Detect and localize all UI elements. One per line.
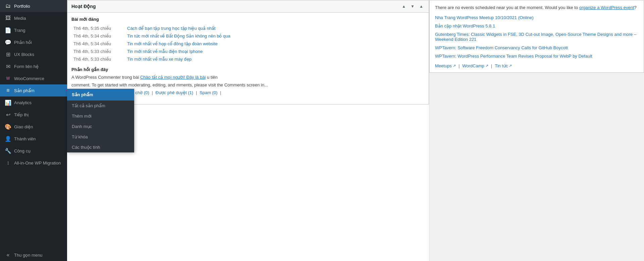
sidebar-item-ux-blocks[interactable]: ⊞ UX Blocks — [0, 48, 67, 60]
sidebar: 🗂 Portfolio 🖼 Media 📄 Trang 💬 Phản hồi ⊞… — [0, 0, 67, 261]
main-content: Hoạt Động ▲ ▼ ▲ Bài mới đăng Th6 4th, 5:… — [67, 0, 644, 261]
wordcamp-label: WordCamp — [462, 63, 484, 68]
activity-post-row: Th6 4th, 5:34 chiều Tin tức mới nhất về … — [71, 32, 425, 40]
post-link[interactable]: Tin mới nhất về mẫu điện thoại Iphone — [127, 49, 203, 54]
sidebar-item-label: Media — [14, 16, 26, 21]
sidebar-item-label: All-in-One WP Migration — [14, 160, 61, 166]
submenu-item-cac-thuoc-tinh[interactable]: Các thuộc tính — [67, 142, 134, 152]
woocommerce-icon: W — [5, 75, 11, 82]
submenu-title: Sản phẩm — [72, 92, 93, 97]
activity-post-row: Th6 4th, 5:35 chiều Cách để bạn tập trun… — [71, 24, 425, 32]
widget-drag-btn[interactable]: ▲ — [418, 3, 425, 10]
sidebar-item-analytics[interactable]: 📊 Analytics — [0, 96, 67, 109]
sidebar-item-woocommerce[interactable]: W WooCommerce — [0, 72, 67, 84]
widget-controls: ▲ ▼ ▲ — [400, 3, 425, 10]
external-icon: ↗ — [453, 64, 456, 68]
submenu-item-tu-khoa[interactable]: Từ khóa — [67, 132, 134, 142]
right-panel: There are no events scheduled near you a… — [429, 0, 644, 261]
external-icon: ↗ — [485, 64, 488, 68]
tiep-thi-icon: ↩ — [5, 111, 11, 118]
activity-post-row: Th6 4th, 5:33 chiều Tin mới nhất về mẫu … — [71, 48, 425, 55]
news-link[interactable]: Gutenberg Times: Classic Widgets in FSE,… — [435, 32, 636, 42]
comment-post-link[interactable]: Chào tất cả mọi người! Đây là bài — [140, 75, 206, 80]
sidebar-item-label: UX Blocks — [14, 52, 34, 57]
ux-blocks-icon: ⊞ — [5, 51, 11, 58]
post-time: Th6 4th, 5:35 chiều — [71, 24, 125, 32]
news-item: Nha Trang WordPress Meetup 10/10/2021 (O… — [435, 15, 638, 20]
comment-filter-spam[interactable]: Spam (0) — [200, 90, 217, 95]
comment-text: A WordPress Commenter trong bài Chào tất… — [71, 75, 425, 80]
tin-tuc-label: Tin tức — [495, 63, 508, 68]
sidebar-item-label: Phản hồi — [14, 40, 32, 45]
activity-post-row: Th6 4th, 5:33 chiều Tin mới nhất về mẫu … — [71, 55, 425, 63]
submenu-san-pham: Sản phẩm Tất cả sản phẩm Thêm mới Danh m… — [67, 89, 134, 152]
sidebar-item-label: Portfolio — [14, 4, 30, 9]
widget-collapse-down-btn[interactable]: ▼ — [409, 3, 416, 10]
sidebar-item-label: Tiếp thị — [14, 112, 29, 117]
wordcamp-link[interactable]: WordCamp ↗ — [462, 63, 488, 68]
sidebar-item-media[interactable]: 🖼 Media — [0, 12, 67, 24]
widget-title: Hoạt Động — [71, 4, 96, 9]
post-link[interactable]: Tin mới nhất về mẫu xe máy đẹp — [127, 57, 192, 62]
activity-post-row: Th6 4th, 5:34 chiều Tin mới nhất về họp … — [71, 40, 425, 48]
sidebar-item-tiep-thi[interactable]: ↩ Tiếp thị — [0, 109, 67, 121]
news-item: Gutenberg Times: Classic Widgets in FSE,… — [435, 32, 638, 42]
sidebar-item-san-pham[interactable]: ≡ Sản phẩm — [0, 84, 67, 96]
form-icon: ✉ — [5, 63, 11, 70]
news-item: WPTavern: Software Freedom Conservancy C… — [435, 45, 638, 50]
san-pham-icon: ≡ — [5, 87, 11, 94]
sidebar-item-thu-gon[interactable]: « Thu gọn menu — [0, 249, 67, 261]
post-link[interactable]: Tin mới nhất về họp cổ đông tập đoàn web… — [127, 41, 218, 46]
sidebar-item-label: Form liên hệ — [14, 64, 39, 69]
sidebar-item-phan-hoi[interactable]: 💬 Phản hồi — [0, 36, 67, 48]
external-icon: ↗ — [509, 64, 512, 68]
sidebar-item-cong-cu[interactable]: 🔧 Công cụ — [0, 145, 67, 157]
thu-gon-icon: « — [5, 252, 11, 258]
comment-body: comment. To get started with moderating,… — [71, 82, 425, 87]
sidebar-item-label: WooCommerce — [14, 76, 44, 81]
news-link[interactable]: WPTavern: WordPress Performance Team Rev… — [435, 54, 592, 59]
post-link[interactable]: Cách để bạn tập trung học tập hiệu quả n… — [127, 26, 215, 31]
submenu-item-tat-ca[interactable]: Tất cả sản phẩm — [67, 101, 134, 111]
news-link[interactable]: Bản cập nhật WordPress 5.8.1 — [435, 23, 495, 28]
section-comments-title: Phản hồi gần đây — [71, 67, 425, 72]
comment-text-1: A WordPress Commenter trong bài — [71, 75, 140, 80]
post-time: Th6 4th, 5:33 chiều — [71, 48, 125, 55]
news-links-row: Meetups ↗ | WordCamp ↗ | Tin tức ↗ — [435, 63, 638, 68]
cong-cu-icon: 🔧 — [5, 147, 11, 154]
news-item: Bản cập nhật WordPress 5.8.1 — [435, 23, 638, 28]
news-link[interactable]: WPTavern: Software Freedom Conservancy C… — [435, 45, 568, 50]
sidebar-item-label: Analytics — [14, 100, 32, 105]
sidebar-item-giao-dien[interactable]: 🎨 Giao diện — [0, 121, 67, 133]
news-intro-text: There are no events scheduled near you a… — [435, 5, 579, 10]
activity-posts-table: Th6 4th, 5:35 chiều Cách để bạn tập trun… — [71, 24, 425, 63]
news-intro: There are no events scheduled near you a… — [435, 4, 638, 11]
submenu-item-danh-muc[interactable]: Danh mục — [67, 121, 134, 132]
news-content: There are no events scheduled near you a… — [430, 0, 644, 72]
all-in-one-icon: ↕ — [5, 159, 11, 166]
sidebar-item-all-in-one[interactable]: ↕ All-in-One WP Migration — [0, 157, 67, 169]
news-item: WPTavern: WordPress Performance Team Rev… — [435, 54, 638, 59]
tin-tuc-link[interactable]: Tin tức ↗ — [495, 63, 512, 68]
organize-link[interactable]: organize a WordPress event — [579, 5, 634, 10]
comment-text-2: u tiên — [206, 75, 217, 80]
analytics-icon: 📊 — [5, 99, 11, 106]
widget-header: Hoạt Động ▲ ▼ ▲ — [67, 0, 429, 13]
post-time: Th6 4th, 5:34 chiều — [71, 32, 125, 40]
post-link[interactable]: Tin tức mới nhất về Bất Động Sản không n… — [127, 34, 230, 39]
sidebar-item-label: Trang — [14, 28, 25, 33]
sidebar-item-trang[interactable]: 📄 Trang — [0, 24, 67, 36]
sidebar-item-portfolio[interactable]: 🗂 Portfolio — [0, 0, 67, 12]
submenu-item-them-moi[interactable]: Thêm mới — [67, 111, 134, 121]
sidebar-item-label: Sản phẩm — [14, 88, 35, 93]
meetups-link[interactable]: Meetups ↗ — [435, 63, 456, 68]
sidebar-item-label: Công cụ — [14, 148, 31, 153]
sidebar-item-form-lien-he[interactable]: ✉ Form liên hệ — [0, 60, 67, 72]
sidebar-item-thanh-vien[interactable]: 👤 Thành viên — [0, 133, 67, 145]
widget-collapse-up-btn[interactable]: ▲ — [400, 3, 407, 10]
meetups-label: Meetups — [435, 63, 452, 68]
comment-filter-approved[interactable]: Được phê duyệt (1) — [155, 90, 193, 95]
sidebar-item-label: Thu gọn menu — [14, 253, 43, 258]
news-widget: There are no events scheduled near you a… — [429, 0, 644, 73]
news-link[interactable]: Nha Trang WordPress Meetup 10/10/2021 (O… — [435, 15, 534, 20]
